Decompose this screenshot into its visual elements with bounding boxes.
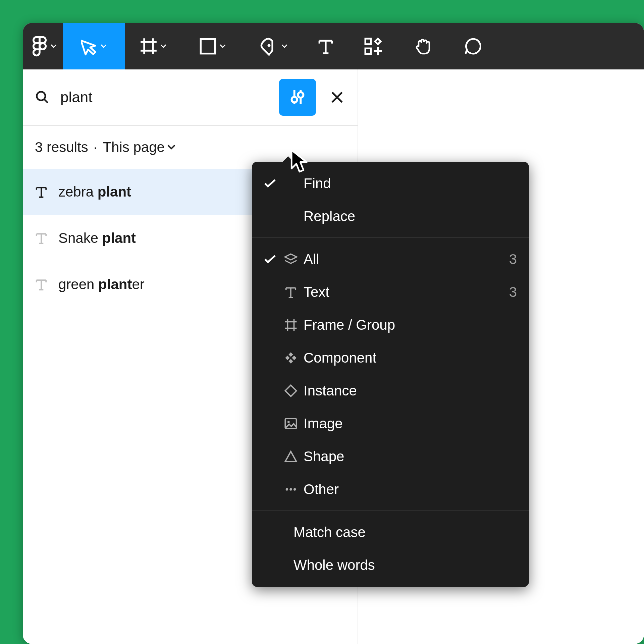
figma-menu[interactable]: [25, 23, 63, 69]
search-icon: [35, 90, 50, 105]
mode-replace[interactable]: Replace: [252, 200, 529, 233]
hand-icon: [414, 37, 433, 56]
shape-icon: [284, 450, 298, 463]
filter-image[interactable]: Image: [252, 407, 529, 440]
filter-all[interactable]: All 3: [252, 243, 529, 276]
comment-tool[interactable]: [448, 23, 498, 69]
filter-shape[interactable]: Shape: [252, 440, 529, 473]
svg-rect-1: [201, 39, 215, 53]
chevron-down-icon: [100, 44, 107, 48]
chevron-down-icon: [50, 44, 57, 48]
image-icon: [284, 417, 298, 430]
result-label: zebra plant: [58, 184, 131, 200]
svg-point-7: [298, 92, 303, 98]
dots-icon: [284, 483, 298, 496]
text-icon: [35, 185, 48, 198]
close-search-button[interactable]: [322, 82, 352, 112]
svg-rect-4: [365, 48, 371, 54]
mode-find[interactable]: Find: [252, 167, 529, 200]
filter-component[interactable]: Component: [252, 341, 529, 374]
search-bar: [23, 69, 358, 126]
comment-icon: [464, 37, 482, 56]
frame-tool[interactable]: [125, 23, 182, 69]
svg-rect-3: [365, 39, 371, 44]
resources-icon: [364, 37, 382, 55]
svg-point-5: [37, 92, 46, 101]
filter-instance[interactable]: Instance: [252, 374, 529, 407]
svg-point-12: [293, 488, 296, 490]
figma-icon: [32, 35, 48, 57]
sliders-icon: [288, 88, 307, 107]
check-icon: [264, 179, 276, 188]
svg-point-9: [287, 421, 290, 423]
text-tool[interactable]: [304, 23, 347, 69]
option-match-case[interactable]: Match case: [252, 516, 529, 549]
chevron-down-icon: [219, 44, 226, 48]
instance-icon: [284, 384, 298, 397]
move-tool[interactable]: [63, 23, 125, 69]
svg-point-2: [267, 43, 271, 47]
results-count: 3 results: [35, 139, 88, 155]
component-icon: [284, 351, 298, 365]
svg-point-11: [289, 488, 292, 490]
text-icon: [35, 232, 48, 245]
hand-tool[interactable]: [398, 23, 448, 69]
filter-text[interactable]: Text 3: [252, 276, 529, 309]
search-settings-dropdown: Find Replace All 3 Text 3: [252, 162, 529, 587]
check-icon: [264, 255, 276, 264]
search-input[interactable]: [60, 89, 279, 106]
scope-selector[interactable]: This page: [103, 139, 175, 155]
text-icon: [284, 286, 297, 299]
chevron-down-icon: [160, 44, 167, 48]
cursor-icon: [81, 37, 98, 56]
svg-point-10: [286, 488, 288, 490]
frame-icon: [140, 38, 157, 55]
chevron-down-icon: [281, 44, 288, 48]
figma-window: 3 results · This page zebra plant Snake …: [23, 23, 644, 644]
toolbar: [23, 23, 644, 69]
filter-other[interactable]: Other: [252, 473, 529, 506]
layers-icon: [284, 252, 298, 266]
pen-tool[interactable]: [244, 23, 304, 69]
filter-frame[interactable]: Frame / Group: [252, 309, 529, 341]
shape-tool[interactable]: [182, 23, 244, 69]
pen-icon: [260, 37, 278, 56]
resources-tool[interactable]: [347, 23, 398, 69]
option-whole-words[interactable]: Whole words: [252, 549, 529, 582]
close-icon: [330, 90, 344, 105]
text-icon: [317, 38, 334, 55]
svg-point-6: [292, 97, 297, 102]
result-label: Snake plant: [58, 230, 136, 246]
text-icon: [35, 278, 48, 291]
chevron-down-icon: [167, 145, 175, 150]
search-settings-button[interactable]: [279, 79, 316, 116]
frame-icon: [284, 319, 297, 331]
rectangle-icon: [199, 38, 217, 55]
result-label: green planter: [58, 276, 145, 292]
